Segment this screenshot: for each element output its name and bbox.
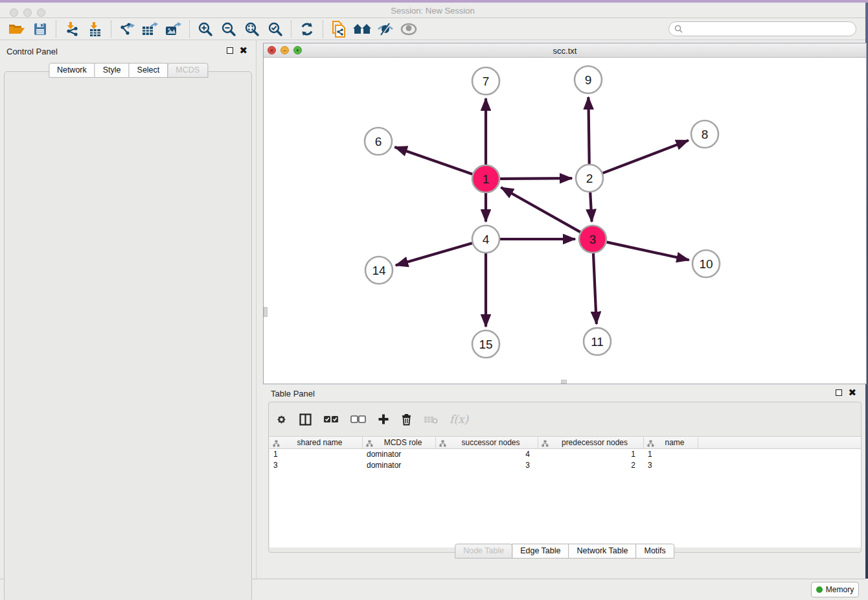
column-header-name[interactable]: name [644, 437, 698, 448]
float-panel-icon[interactable] [227, 47, 233, 54]
column-header-shared-name[interactable]: shared name [269, 437, 363, 448]
tab-edge-table[interactable]: Edge Table [512, 544, 569, 559]
table-settings-icon[interactable] [275, 413, 288, 426]
tab-select[interactable]: Select [129, 63, 168, 78]
show-columns-icon[interactable] [299, 413, 312, 426]
graph-node-label: 9 [585, 73, 592, 87]
column-header-MCDS-role[interactable]: MCDS role [363, 437, 436, 448]
deselect-all-icon[interactable] [350, 415, 366, 424]
panel-splitter[interactable] [256, 40, 263, 579]
app-title-bar: Session: New Session [0, 3, 865, 18]
import-table-button[interactable] [84, 19, 107, 39]
toolbar-separator [56, 21, 56, 38]
zoom-out-button[interactable] [217, 19, 240, 39]
edge-1-2[interactable] [500, 178, 572, 179]
table-panel-title: Table Panel [271, 389, 315, 398]
export-table-icon [141, 21, 159, 37]
export-table-button[interactable] [139, 19, 162, 39]
table-cell[interactable]: 3 [269, 460, 363, 471]
tab-node-table[interactable]: Node Table [455, 544, 512, 559]
search-icon [674, 25, 683, 33]
memory-button[interactable]: Memory [811, 582, 859, 597]
graph-node-label: 6 [375, 135, 382, 148]
graph-node-label: 2 [586, 172, 593, 185]
network-graph-canvas[interactable]: 1234678910111415 [264, 58, 866, 384]
table-cell[interactable]: 2 [538, 460, 644, 471]
table-cell[interactable]: 3 [436, 460, 538, 471]
eye-icon [400, 23, 417, 36]
network-window-titlebar[interactable]: × – + scc.txt [264, 43, 866, 58]
zoom-fit-button[interactable] [240, 19, 264, 39]
apply-layout-button[interactable] [295, 19, 319, 39]
float-table-panel-icon[interactable] [836, 389, 842, 396]
edge-3-10[interactable] [606, 242, 689, 260]
delete-table-icon-disabled [424, 415, 438, 424]
birds-eye-view-button[interactable] [397, 19, 420, 39]
tab-mcds[interactable]: MCDS [167, 63, 208, 78]
zoom-in-button[interactable] [194, 19, 217, 39]
memory-status-icon [816, 586, 823, 593]
open-session-button[interactable] [5, 19, 29, 39]
graph-node-label: 1 [483, 172, 490, 186]
clone-network-button[interactable] [327, 19, 350, 39]
table-panel-window-controls: ✖ [836, 389, 856, 396]
column-header-successor-nodes[interactable]: successor nodes [436, 437, 538, 448]
toolbar-separator [291, 21, 291, 38]
export-image-button[interactable] [162, 19, 185, 39]
table-panel-body: f(x) shared nameMCDS rolesuccessor nodes… [268, 402, 862, 553]
hide-graphics-details-button[interactable] [374, 19, 397, 39]
add-icon[interactable] [378, 413, 389, 425]
zoom-selected-button[interactable] [264, 19, 287, 39]
save-session-button[interactable] [29, 19, 52, 39]
clone-network-icon [331, 21, 347, 38]
open-folder-icon [8, 23, 25, 36]
import-network-icon [64, 21, 80, 37]
network-view-title: scc.txt [264, 46, 866, 56]
table-cell[interactable]: 1 [538, 449, 644, 460]
table-cell[interactable]: 1 [644, 449, 698, 460]
graph-node-label: 14 [372, 264, 386, 277]
edge-3-1[interactable] [501, 187, 580, 232]
tab-style[interactable]: Style [95, 63, 130, 78]
table-cell[interactable]: dominator [363, 449, 436, 460]
close-panel-icon[interactable]: ✖ [239, 47, 247, 54]
edge-1-6[interactable] [394, 147, 472, 174]
search-input[interactable] [668, 21, 856, 36]
close-table-panel-icon[interactable]: ✖ [848, 389, 856, 396]
edge-2-3[interactable] [590, 192, 591, 222]
select-all-icon[interactable] [323, 415, 339, 424]
home-button[interactable] [350, 19, 374, 39]
control-panel-window-controls: ✖ [227, 47, 247, 54]
table-panel-tabs: Node Table Edge Table Network Table Moti… [455, 544, 674, 559]
column-header-predecessor-nodes[interactable]: predecessor nodes [538, 437, 644, 448]
table-row[interactable]: 3dominator323 [269, 460, 861, 471]
column-header-label: name [657, 438, 684, 447]
graph-horizontal-scroll-thumb[interactable] [561, 380, 567, 384]
edge-2-9[interactable] [588, 97, 589, 164]
table-row[interactable]: 1dominator411 [269, 449, 861, 460]
tab-motifs[interactable]: Motifs [635, 544, 674, 559]
network-view-window: × – + scc.txt 1234678910111415 [263, 43, 867, 384]
table-cell[interactable]: dominator [363, 460, 436, 471]
edge-2-8[interactable] [603, 141, 689, 174]
zoom-selected-icon [268, 21, 283, 37]
graph-vertical-scroll-thumb[interactable] [264, 307, 268, 317]
tab-network-table[interactable]: Network Table [569, 544, 637, 559]
toolbar-separator [189, 21, 190, 38]
table-cell[interactable]: 4 [436, 449, 538, 460]
edge-3-11[interactable] [593, 253, 597, 324]
table-toolbar: f(x) [275, 408, 468, 431]
delete-icon[interactable] [401, 413, 412, 426]
graph-node-label: 15 [479, 338, 492, 351]
column-header-label: predecessor nodes [554, 438, 628, 447]
table-panel: Table Panel ✖ [263, 386, 865, 579]
mcds-panel [4, 71, 252, 600]
export-network-button[interactable] [115, 19, 139, 39]
import-network-button[interactable] [60, 19, 84, 39]
table-cell[interactable]: 3 [644, 460, 698, 471]
homes-icon [352, 22, 372, 36]
zoom-out-icon [221, 21, 236, 37]
edge-4-14[interactable] [396, 243, 472, 265]
table-cell[interactable]: 1 [269, 449, 363, 460]
tab-network[interactable]: Network [49, 63, 95, 78]
